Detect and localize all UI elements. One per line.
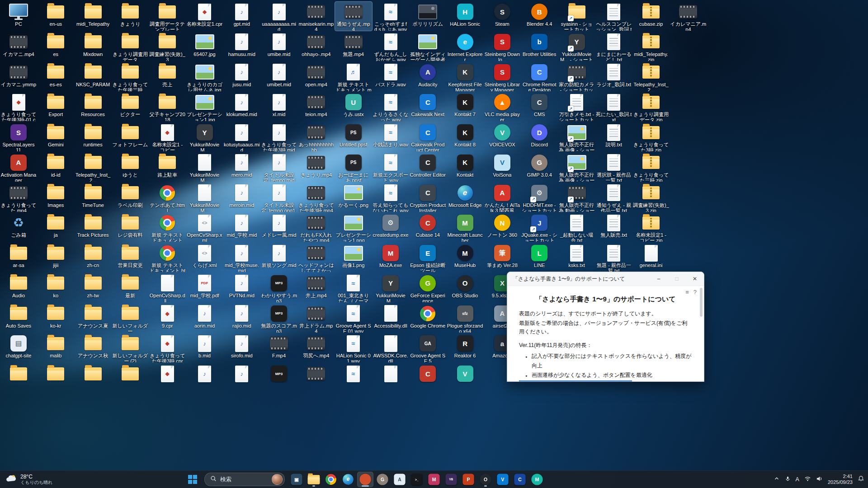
desktop-icon[interactable]: SSpectraLayers 11: [0, 122, 37, 151]
desktop-icon[interactable]: ♪aorin.mid: [186, 304, 223, 333]
desktop-icon[interactable]: ヘッドフォンはしててよかった.mp4: [297, 243, 335, 272]
desktop-icon[interactable]: ♪: [186, 364, 223, 393]
dialog-scrollbar[interactable]: [699, 288, 703, 380]
desktop-icon[interactable]: open.mp4: [297, 62, 335, 91]
desktop-icon[interactable]: VVoiSona: [484, 153, 521, 182]
desktop-icon[interactable]: <>くらげ.xml: [186, 243, 223, 272]
taskbar-powerpoint[interactable]: P: [460, 472, 476, 487]
desktop-icon[interactable]: YYukkuriMovieM...: [186, 122, 223, 151]
desktop-icon[interactable]: ↗syasinn - ショートカット: [558, 2, 595, 31]
desktop-icon[interactable]: AActivation Manager: [0, 153, 37, 182]
desktop-icon[interactable]: ♪: [223, 364, 260, 393]
desktop-icon[interactable]: 孤独なインディーゲーム開発者の一生...: [409, 32, 446, 61]
desktop-icon[interactable]: イカマニ.ymmp: [0, 62, 37, 91]
desktop-icon[interactable]: TimeTune: [75, 183, 112, 212]
desktop-icon[interactable]: 父子キャンプ2018: [149, 92, 186, 121]
desktop-icon[interactable]: CCMS: [521, 92, 558, 121]
desktop-icon[interactable]: Export: [37, 92, 74, 121]
desktop-icon[interactable]: ◆名称未設定1.cpr: [186, 2, 223, 31]
desktop-icon[interactable]: [372, 364, 409, 393]
taskbar-clock[interactable]: 2:41 2025/09/23: [828, 474, 853, 485]
desktop-icon[interactable]: zh-cn: [75, 243, 112, 272]
desktop-icon[interactable]: [297, 364, 335, 393]
desktop-icon[interactable]: ♪メドレー風.mid: [260, 213, 297, 242]
desktop-icon[interactable]: ♪xl.mid: [260, 92, 297, 121]
desktop-icon[interactable]: 通知うぜえ - 親作品一覧.txt: [595, 183, 632, 212]
desktop-icon[interactable]: ラジオ_歌詞.txt: [595, 62, 632, 91]
desktop-icon[interactable]: ↗無人販売不正行為 動画 - ショートカット: [558, 183, 595, 212]
desktop-icon[interactable]: ≈001_東北きりたん（ノーマル）_テジャッ...: [335, 273, 372, 302]
desktop-icon[interactable]: C: [409, 364, 446, 393]
desktop-icon[interactable]: ↗万引きメモ.txt - ショートカット: [558, 92, 595, 121]
desktop-icon[interactable]: SSteam: [484, 2, 521, 31]
desktop-icon[interactable]: F.mp4: [260, 333, 297, 362]
close-button[interactable]: ✕: [686, 272, 704, 286]
desktop-icon[interactable]: ▤chatgpt-site: [0, 333, 37, 362]
desktop-icon[interactable]: ≈HALion Sonic 01.wav: [335, 333, 372, 362]
desktop-icon[interactable]: jijii: [37, 243, 74, 272]
desktop-icon[interactable]: テンポあて.html: [149, 183, 186, 212]
desktop-icon[interactable]: だれもFX入れたやつ.mp4: [297, 213, 335, 242]
desktop-icon[interactable]: 調査用データテンプレート: [149, 2, 186, 31]
desktop-icon[interactable]: きょうり食ってた午後三時: [112, 62, 149, 91]
desktop-icon[interactable]: ≈Groove Agent SE 01.wav: [335, 304, 372, 333]
notification-bell-icon[interactable]: [858, 475, 864, 484]
desktop-icon[interactable]: 羽尻へ.mp4: [297, 333, 335, 362]
desktop-icon[interactable]: MMinecraft Launcher: [447, 213, 484, 242]
desktop-icon[interactable]: 調査練習(失敗)_3: [149, 32, 186, 61]
desktop-icon[interactable]: _起動しない場合.txt: [558, 213, 595, 242]
desktop-icon[interactable]: ja: [37, 213, 74, 242]
desktop-icon[interactable]: eInternet Explorer: [447, 32, 484, 61]
desktop-icon[interactable]: ◆きょうり食ってた午後3時.cpr: [149, 333, 186, 362]
desktop-icon[interactable]: Google Chrome: [409, 304, 446, 333]
microphone-icon[interactable]: [785, 475, 791, 484]
desktop-icon[interactable]: ♻ごみ箱: [0, 213, 37, 242]
desktop-icon[interactable]: [0, 364, 37, 393]
desktop-icon[interactable]: フォトフレーム: [112, 122, 149, 151]
desktop-icon[interactable]: ◆きょうり食ってた午後3時-01.cpr: [0, 92, 37, 121]
desktop-icon[interactable]: ♪umibe.mid: [260, 32, 297, 61]
menu-icon[interactable]: ≡: [685, 289, 689, 296]
maximize-button[interactable]: □: [668, 272, 686, 286]
desktop-icon[interactable]: VVOICEVOX: [484, 122, 521, 151]
desktop-icon[interactable]: きょうり食ってた午後3時.mp4: [297, 183, 335, 212]
desktop-icon[interactable]: es: [37, 32, 74, 61]
taskbar-obs[interactable]: O: [477, 472, 494, 487]
dialog-bottom-link-partial[interactable]: [519, 380, 632, 382]
desktop-icon[interactable]: きょうり.mp4: [297, 153, 335, 182]
desktop-icon[interactable]: ≈新規エクスポート.wav: [372, 153, 409, 182]
desktop-icon[interactable]: ♪タイトル未設定, tempo.ong1.mid: [260, 183, 297, 212]
weather-widget[interactable]: 28°C くもりのち晴れ: [2, 472, 56, 487]
desktop-icon[interactable]: YYukkuriMovieM...: [372, 273, 409, 302]
desktop-icon[interactable]: きょうり食ってた三時.zip: [632, 153, 670, 182]
desktop-icon[interactable]: SSteinberg Downlo...: [484, 32, 521, 61]
desktop-icon[interactable]: Track Pictures: [75, 213, 112, 242]
desktop-icon[interactable]: ≈よりうるさくなった.wav: [372, 92, 409, 121]
desktop-icon[interactable]: レジ袋有料: [112, 213, 149, 242]
desktop-icon[interactable]: ≈ずんだもん_しおかぜふ.wav: [372, 32, 409, 61]
desktop-icon[interactable]: アナウンス秋: [75, 333, 112, 362]
desktop-icon[interactable]: 新規 テキスト ドキュメント.html: [149, 243, 186, 272]
desktop-icon[interactable]: YukkuriMovieM...: [186, 153, 223, 182]
desktop-icon[interactable]: [37, 364, 74, 393]
desktop-icon[interactable]: ohhayo-.mp4: [297, 32, 335, 61]
desktop-icon[interactable]: 名称未設定1 - コピー.zip: [632, 213, 670, 242]
desktop-icon[interactable]: ゆうと: [112, 153, 149, 182]
desktop-icon[interactable]: ♪新規ソング.mid: [260, 243, 297, 272]
desktop-icon[interactable]: ♪タイトル未設定, tempo.mid: [260, 153, 297, 182]
desktop-icon[interactable]: MMoZA.exe: [372, 243, 409, 272]
desktop-icon[interactable]: CCubase 14: [409, 213, 446, 242]
desktop-icon[interactable]: ♪uaaaaaaaaa.mid: [260, 2, 297, 31]
desktop-icon[interactable]: Mixdown: [75, 32, 112, 61]
taskbar-musehub[interactable]: M: [529, 472, 545, 487]
desktop-icon[interactable]: Resources: [75, 92, 112, 121]
desktop-icon[interactable]: BBlender 4.4: [521, 2, 558, 31]
desktop-icon[interactable]: ◆: [149, 364, 186, 393]
desktop-icon[interactable]: Images: [37, 183, 74, 212]
desktop-icon[interactable]: ビクター: [112, 92, 149, 121]
desktop-icon[interactable]: ♪PVTNd.mid: [223, 273, 260, 302]
desktop-icon[interactable]: 最新: [112, 273, 149, 302]
desktop-icon[interactable]: ♪mero.mid: [223, 153, 260, 182]
desktop-icon[interactable]: GGIMP 3.0.4: [521, 153, 558, 182]
desktop-icon[interactable]: YukkuriMovieM...: [186, 183, 223, 212]
